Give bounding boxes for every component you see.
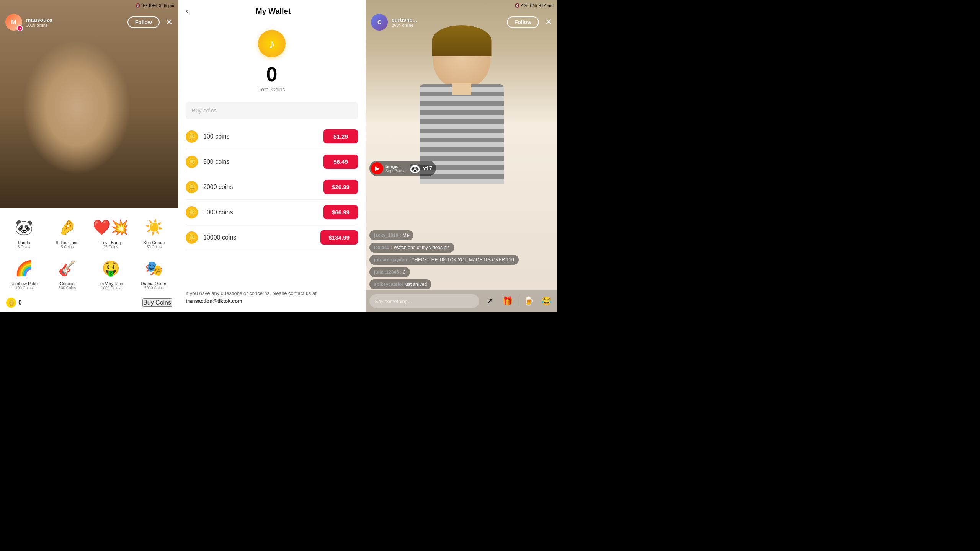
coin-icon-2000: 🪙	[186, 181, 198, 193]
emoji-button[interactable]: 😂	[539, 294, 554, 308]
im-very-rich-coins: 1000 Coins	[101, 286, 121, 290]
love-bang-name: Love Bang	[101, 240, 121, 245]
gift-count: x17	[423, 165, 432, 171]
right-livestream-panel: 🔇 4G 64% 9:54 am C curtisne... 2634 onli…	[366, 0, 557, 312]
left-avatar[interactable]: M ★	[5, 14, 22, 31]
chat-message-3: jordantojayden : CHECK THE TIK TOK YOU M…	[369, 255, 519, 265]
coin-option-500[interactable]: 🪙 500 coins $6.49	[186, 149, 358, 174]
chat-user-2: lexia40 :	[374, 245, 392, 250]
chat-user-5: spikeycatslol	[374, 282, 403, 287]
left-username: mausouza	[26, 17, 124, 23]
coin-options-list: 🪙 100 coins $1.29 🪙 500 coins $6.49 🪙 20…	[178, 124, 366, 282]
sun-cream-coins: 50 Coins	[147, 245, 162, 249]
right-avatar[interactable]: C	[371, 14, 388, 31]
concert-coins: 500 Coins	[59, 286, 76, 290]
left-follow-button[interactable]: Follow	[127, 16, 160, 28]
italian-hand-coins: 5 Coins	[61, 245, 74, 249]
right-close-button[interactable]: ✕	[545, 17, 552, 27]
contact-info: If you have any questions or concerns, p…	[178, 282, 366, 312]
right-online-count: 2634 online	[392, 23, 503, 28]
right-user-info: curtisne... 2634 online	[392, 17, 503, 28]
coin-amount-2000: 2000 coins	[203, 184, 323, 191]
left-close-button[interactable]: ✕	[166, 17, 173, 27]
coin-display: 🪙 0	[6, 298, 22, 308]
coin-amount-10000: 10000 coins	[203, 234, 320, 241]
mute-icon-right: 🔇	[514, 3, 520, 8]
time-right: 9:54 am	[538, 3, 554, 8]
wallet-back-button[interactable]: ‹	[186, 6, 188, 16]
battery-left: 89%	[149, 3, 157, 8]
buy-coins-placeholder: Buy coins	[192, 107, 217, 114]
left-user-info: mausouza 3029 online	[26, 17, 124, 28]
gift-item-sun-cream[interactable]: ☀️ Sun Cream 50 Coins	[133, 213, 175, 252]
im-very-rich-name: I'm Very Rich	[98, 281, 123, 286]
left-online-count: 3029 online	[26, 23, 124, 28]
panda-name: Panda	[18, 240, 30, 245]
price-button-10000[interactable]: $134.99	[320, 230, 358, 245]
coin-icon-small: 🪙	[6, 298, 16, 308]
contact-text: If you have any questions or concerns, p…	[186, 290, 317, 296]
right-bottom-bar: Say something... ↗ 🎁 🍺 😂	[366, 290, 557, 312]
signal-right: 4G	[521, 3, 527, 8]
contact-email[interactable]: transaction@tiktok.com	[186, 298, 242, 304]
coin-option-2000[interactable]: 🪙 2000 coins $26.99	[186, 174, 358, 200]
buy-coins-link-button[interactable]: Buy Coins	[142, 298, 172, 307]
italian-hand-name: Italian Hand	[56, 240, 79, 245]
tiktok-coin-logo: ♪	[258, 30, 286, 57]
beer-button[interactable]: 🍺	[521, 294, 536, 308]
gift-item-concert[interactable]: 🎸 Concert 500 Coins	[46, 254, 88, 293]
concert-name: Concert	[60, 281, 75, 286]
drama-queen-name: Drama Queen	[141, 281, 167, 286]
right-follow-button[interactable]: Follow	[507, 16, 539, 28]
share-button[interactable]: ↗	[482, 294, 497, 308]
gift-button[interactable]: 🎁	[500, 294, 514, 308]
sun-cream-name: Sun Cream	[144, 240, 165, 245]
chat-text-2: Watch one of my videos plz	[394, 245, 449, 250]
gift-item-im-very-rich[interactable]: 🤑 I'm Very Rich 1000 Coins	[90, 254, 132, 293]
gift-grid: 🐼 Panda 5 Coins 🤌 Italian Hand 5 Coins ❤…	[3, 213, 175, 293]
coin-option-100[interactable]: 🪙 100 coins $1.29	[186, 124, 358, 149]
love-bang-coins: 25 Coins	[103, 245, 118, 249]
gift-item-italian-hand[interactable]: 🤌 Italian Hand 5 Coins	[46, 213, 88, 252]
price-button-5000[interactable]: $66.99	[323, 205, 358, 219]
coin-amount-display: 0	[18, 299, 22, 306]
coin-amount-100: 100 coins	[203, 133, 323, 140]
coin-icon-5000: 🪙	[186, 206, 198, 218]
rainbow-puke-coins: 100 Coins	[15, 286, 33, 290]
chat-text-3: CHECK THE TIK TOK YOU MADE ITS OVER 110	[411, 257, 514, 262]
wallet-title: My Wallet	[188, 7, 358, 16]
buy-coins-section: Buy coins	[186, 102, 358, 119]
love-bang-icon: ❤️‍💥	[99, 216, 122, 239]
coin-icon-100: 🪙	[186, 130, 198, 143]
gift-item-love-bang[interactable]: ❤️‍💥 Love Bang 25 Coins	[90, 213, 132, 252]
rainbow-puke-icon: 🌈	[13, 257, 36, 280]
price-button-500[interactable]: $6.49	[323, 155, 358, 169]
gift-item-rainbow-puke[interactable]: 🌈 Rainbow Puke 100 Coins	[3, 254, 45, 293]
drama-queen-coins: 5000 Coins	[144, 286, 164, 290]
chat-text-1: Me	[403, 233, 409, 238]
mute-icon: 🔇	[135, 3, 140, 8]
gift-item-drama-queen[interactable]: 🎭 Drama Queen 5000 Coins	[133, 254, 175, 293]
price-button-2000[interactable]: $26.99	[323, 180, 358, 194]
chat-user-3: jordantojayden :	[374, 257, 410, 262]
comment-placeholder: Say something...	[375, 298, 412, 304]
tray-bottom-bar: 🪙 0 Buy Coins	[3, 296, 175, 309]
wallet-panel: ‹ My Wallet ♪ 0 Total Coins Buy coins 🪙 …	[178, 0, 366, 312]
gift-notification: ▶ burge... Sept Panda 🐼 x17	[369, 161, 436, 176]
chat-user-1: jacky_1019 :	[374, 233, 401, 238]
price-button-100[interactable]: $1.29	[323, 129, 358, 143]
comment-input-area[interactable]: Say something...	[369, 294, 479, 308]
gift-item-panda[interactable]: 🐼 Panda 5 Coins	[3, 213, 45, 252]
gift-sender-name: burge...	[385, 164, 405, 169]
coin-option-10000[interactable]: 🪙 10000 coins $134.99	[186, 225, 358, 250]
sun-cream-icon: ☀️	[142, 216, 165, 239]
rainbow-puke-name: Rainbow Puke	[10, 281, 38, 286]
panda-icon: 🐼	[13, 216, 36, 239]
wallet-coin-section: ♪ 0 Total Coins	[178, 22, 366, 102]
coin-amount-500: 500 coins	[203, 158, 323, 165]
chat-message-4: julie.t12345 : J	[369, 267, 410, 277]
italian-hand-icon: 🤌	[56, 216, 79, 239]
coin-icon-500: 🪙	[186, 156, 198, 168]
coin-option-5000[interactable]: 🪙 5000 coins $66.99	[186, 200, 358, 225]
drama-queen-icon: 🎭	[142, 257, 165, 280]
